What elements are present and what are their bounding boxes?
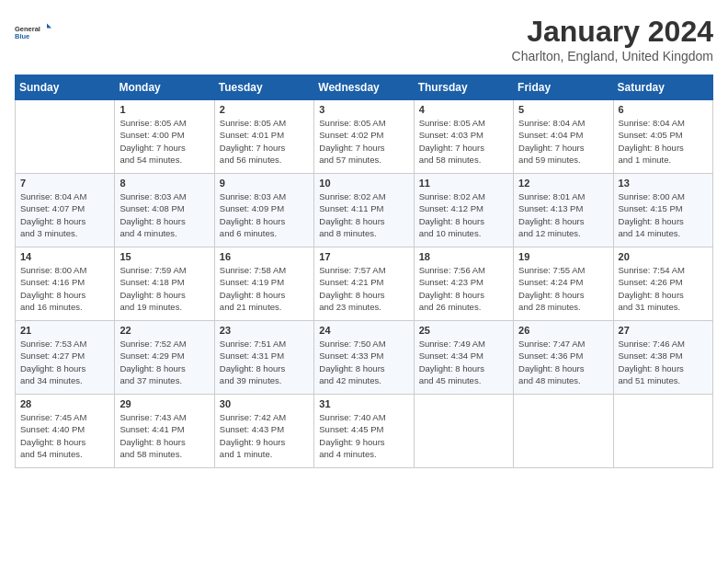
day-cell: 15Sunrise: 7:59 AM Sunset: 4:18 PM Dayli… [115, 247, 214, 321]
day-info: Sunrise: 7:58 AM Sunset: 4:19 PM Dayligh… [220, 264, 309, 313]
header-cell-tuesday: Tuesday [214, 75, 313, 100]
day-cell: 6Sunrise: 8:04 AM Sunset: 4:05 PM Daylig… [613, 100, 712, 174]
day-number: 9 [220, 178, 309, 189]
day-number: 27 [619, 325, 708, 336]
day-number: 11 [419, 178, 508, 189]
day-number: 3 [319, 104, 408, 115]
day-info: Sunrise: 8:00 AM Sunset: 4:15 PM Dayligh… [619, 190, 708, 239]
header-cell-sunday: Sunday [16, 75, 115, 100]
month-title: January 2024 [512, 15, 713, 49]
week-row: 1Sunrise: 8:05 AM Sunset: 4:00 PM Daylig… [16, 100, 713, 174]
day-number: 29 [119, 398, 209, 409]
day-number: 22 [119, 325, 209, 336]
header-cell-thursday: Thursday [414, 75, 513, 100]
day-number: 4 [419, 104, 508, 115]
day-cell: 31Sunrise: 7:40 AM Sunset: 4:45 PM Dayli… [314, 395, 414, 468]
calendar-table: SundayMondayTuesdayWednesdayThursdayFrid… [15, 75, 713, 468]
day-info: Sunrise: 8:03 AM Sunset: 4:09 PM Dayligh… [220, 190, 309, 239]
day-info: Sunrise: 7:57 AM Sunset: 4:21 PM Dayligh… [319, 264, 408, 313]
day-cell [414, 395, 513, 468]
logo: General Blue [15, 15, 51, 50]
day-number: 15 [119, 251, 209, 262]
day-cell: 17Sunrise: 7:57 AM Sunset: 4:21 PM Dayli… [314, 247, 414, 321]
day-cell: 11Sunrise: 8:02 AM Sunset: 4:12 PM Dayli… [414, 174, 513, 247]
location-title: Charlton, England, United Kingdom [512, 49, 713, 63]
day-number: 7 [20, 178, 109, 189]
week-row: 14Sunrise: 8:00 AM Sunset: 4:16 PM Dayli… [16, 247, 713, 321]
day-number: 14 [20, 251, 109, 262]
day-info: Sunrise: 7:47 AM Sunset: 4:36 PM Dayligh… [518, 338, 608, 386]
calendar-header: SundayMondayTuesdayWednesdayThursdayFrid… [16, 75, 713, 100]
header-cell-friday: Friday [514, 75, 613, 100]
day-number: 31 [319, 398, 408, 409]
day-info: Sunrise: 8:04 AM Sunset: 4:07 PM Dayligh… [20, 190, 109, 239]
day-cell: 26Sunrise: 7:47 AM Sunset: 4:36 PM Dayli… [514, 321, 613, 395]
day-info: Sunrise: 7:51 AM Sunset: 4:31 PM Dayligh… [220, 338, 309, 386]
title-area: January 2024 Charlton, England, United K… [512, 15, 713, 63]
day-number: 6 [619, 104, 708, 115]
day-cell: 8Sunrise: 8:03 AM Sunset: 4:08 PM Daylig… [115, 174, 214, 247]
week-row: 28Sunrise: 7:45 AM Sunset: 4:40 PM Dayli… [16, 395, 713, 468]
day-cell: 9Sunrise: 8:03 AM Sunset: 4:09 PM Daylig… [214, 174, 313, 247]
day-cell: 10Sunrise: 8:02 AM Sunset: 4:11 PM Dayli… [314, 174, 414, 247]
day-cell: 18Sunrise: 7:56 AM Sunset: 4:23 PM Dayli… [414, 247, 513, 321]
day-cell: 12Sunrise: 8:01 AM Sunset: 4:13 PM Dayli… [514, 174, 613, 247]
day-info: Sunrise: 8:04 AM Sunset: 4:05 PM Dayligh… [619, 117, 708, 166]
day-cell: 14Sunrise: 8:00 AM Sunset: 4:16 PM Dayli… [16, 247, 115, 321]
logo-svg: General Blue [15, 15, 51, 50]
svg-text:Blue: Blue [15, 32, 29, 40]
calendar-body: 1Sunrise: 8:05 AM Sunset: 4:00 PM Daylig… [16, 100, 713, 468]
week-row: 7Sunrise: 8:04 AM Sunset: 4:07 PM Daylig… [16, 174, 713, 247]
header-row: SundayMondayTuesdayWednesdayThursdayFrid… [16, 75, 713, 100]
day-info: Sunrise: 7:53 AM Sunset: 4:27 PM Dayligh… [20, 338, 109, 386]
day-cell: 21Sunrise: 7:53 AM Sunset: 4:27 PM Dayli… [16, 321, 115, 395]
day-info: Sunrise: 7:40 AM Sunset: 4:45 PM Dayligh… [319, 411, 408, 460]
header: General Blue January 2024 Charlton, Engl… [15, 15, 713, 63]
day-cell: 28Sunrise: 7:45 AM Sunset: 4:40 PM Dayli… [16, 395, 115, 468]
day-cell: 19Sunrise: 7:55 AM Sunset: 4:24 PM Dayli… [514, 247, 613, 321]
day-cell: 24Sunrise: 7:50 AM Sunset: 4:33 PM Dayli… [314, 321, 414, 395]
day-cell [514, 395, 613, 468]
day-number: 25 [419, 325, 508, 336]
day-info: Sunrise: 7:49 AM Sunset: 4:34 PM Dayligh… [419, 338, 508, 386]
day-info: Sunrise: 7:43 AM Sunset: 4:41 PM Dayligh… [119, 411, 209, 460]
day-info: Sunrise: 8:00 AM Sunset: 4:16 PM Dayligh… [20, 264, 109, 313]
day-number: 30 [220, 398, 309, 409]
day-number: 13 [619, 178, 708, 189]
day-cell: 1Sunrise: 8:05 AM Sunset: 4:00 PM Daylig… [115, 100, 214, 174]
day-info: Sunrise: 7:56 AM Sunset: 4:23 PM Dayligh… [419, 264, 508, 313]
svg-marker-2 [47, 24, 51, 29]
day-info: Sunrise: 7:42 AM Sunset: 4:43 PM Dayligh… [220, 411, 309, 460]
day-cell [16, 100, 115, 174]
day-cell: 27Sunrise: 7:46 AM Sunset: 4:38 PM Dayli… [613, 321, 712, 395]
day-number: 12 [518, 178, 608, 189]
day-info: Sunrise: 7:46 AM Sunset: 4:38 PM Dayligh… [619, 338, 708, 386]
day-number: 19 [518, 251, 608, 262]
day-number: 1 [119, 104, 209, 115]
day-info: Sunrise: 7:45 AM Sunset: 4:40 PM Dayligh… [20, 411, 109, 460]
day-info: Sunrise: 7:54 AM Sunset: 4:26 PM Dayligh… [619, 264, 708, 313]
day-cell: 4Sunrise: 8:05 AM Sunset: 4:03 PM Daylig… [414, 100, 513, 174]
day-cell: 7Sunrise: 8:04 AM Sunset: 4:07 PM Daylig… [16, 174, 115, 247]
day-cell: 22Sunrise: 7:52 AM Sunset: 4:29 PM Dayli… [115, 321, 214, 395]
day-number: 5 [518, 104, 608, 115]
header-cell-monday: Monday [115, 75, 214, 100]
day-info: Sunrise: 8:03 AM Sunset: 4:08 PM Dayligh… [119, 190, 209, 239]
day-number: 18 [419, 251, 508, 262]
day-info: Sunrise: 8:05 AM Sunset: 4:01 PM Dayligh… [220, 117, 309, 166]
day-cell: 29Sunrise: 7:43 AM Sunset: 4:41 PM Dayli… [115, 395, 214, 468]
day-cell: 20Sunrise: 7:54 AM Sunset: 4:26 PM Dayli… [613, 247, 712, 321]
day-cell: 25Sunrise: 7:49 AM Sunset: 4:34 PM Dayli… [414, 321, 513, 395]
day-number: 23 [220, 325, 309, 336]
day-cell: 23Sunrise: 7:51 AM Sunset: 4:31 PM Dayli… [214, 321, 313, 395]
day-cell: 30Sunrise: 7:42 AM Sunset: 4:43 PM Dayli… [214, 395, 313, 468]
day-info: Sunrise: 8:05 AM Sunset: 4:00 PM Dayligh… [119, 117, 209, 166]
day-number: 21 [20, 325, 109, 336]
day-cell: 16Sunrise: 7:58 AM Sunset: 4:19 PM Dayli… [214, 247, 313, 321]
day-number: 10 [319, 178, 408, 189]
day-info: Sunrise: 7:59 AM Sunset: 4:18 PM Dayligh… [119, 264, 209, 313]
day-info: Sunrise: 8:02 AM Sunset: 4:12 PM Dayligh… [419, 190, 508, 239]
day-number: 8 [119, 178, 209, 189]
day-number: 28 [20, 398, 109, 409]
day-cell: 5Sunrise: 8:04 AM Sunset: 4:04 PM Daylig… [514, 100, 613, 174]
